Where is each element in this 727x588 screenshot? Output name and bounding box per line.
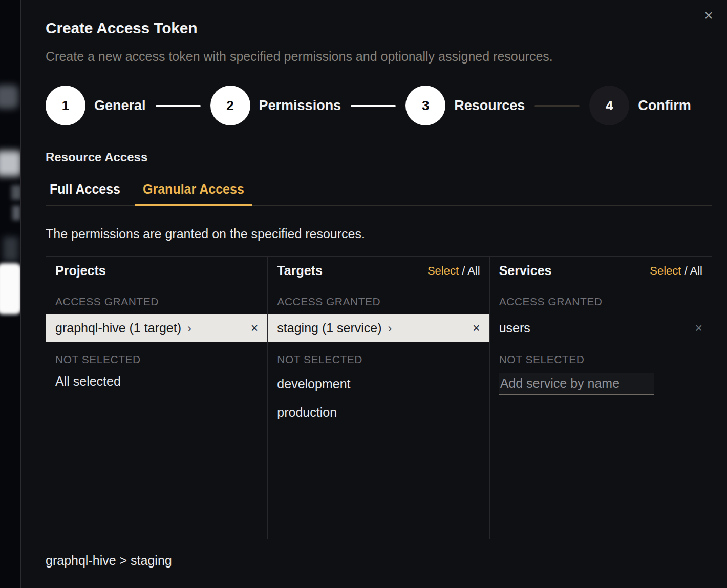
targets-select-all[interactable]: Select / All [427,264,480,278]
projects-column: Projects ACCESS GRANTED graphql-hive (1 … [46,257,268,539]
breadcrumb: graphql-hive > staging [46,553,713,568]
not-selected-label: NOT SELECTED [277,354,480,365]
step-number-badge: 1 [46,86,85,125]
services-column: Services Select / All ACCESS GRANTED use… [490,257,712,539]
step-label: Confirm [638,98,691,114]
tab-full-access[interactable]: Full Access [46,182,127,206]
all-link[interactable]: / All [462,264,480,277]
services-header-label: Services [499,263,552,278]
selected-target-label: staging (1 service) [277,321,381,335]
selected-target-row[interactable]: staging (1 service) › × [268,314,489,342]
unselected-targets-list: development production [268,369,489,427]
projects-column-header: Projects [46,257,267,285]
selected-project-label: graphql-hive (1 target) [55,321,181,335]
step-number-badge: 3 [405,86,445,125]
access-granted-label: ACCESS GRANTED [277,296,480,307]
modal-subtitle: Create a new access token with specified… [46,49,713,64]
step-general[interactable]: 1 General [46,86,146,125]
close-icon[interactable]: × [699,6,718,25]
background-blur-blob [0,151,20,176]
background-blur-blob [3,237,18,261]
select-link[interactable]: Select [427,264,459,277]
step-connector [351,105,396,107]
remove-project-icon[interactable]: × [251,322,259,334]
all-link[interactable]: / All [685,264,702,277]
wizard-stepper: 1 General 2 Permissions 3 Resources 4 Co… [46,86,712,125]
selected-service-label: users [499,321,530,335]
select-link[interactable]: Select [650,264,681,277]
step-number-badge: 2 [210,86,250,125]
target-item-development[interactable]: development [277,369,480,398]
target-item-production[interactable]: production [277,398,480,427]
step-confirm[interactable]: 4 Confirm [589,86,691,125]
step-connector-inactive [534,105,580,107]
chevron-right-icon: › [187,321,191,335]
targets-column: Targets Select / All ACCESS GRANTED stag… [268,257,489,539]
background-blur-blob [12,206,20,220]
resource-selection-table: Projects ACCESS GRANTED graphql-hive (1 … [46,256,712,539]
page-title: Create Access Token [46,19,713,37]
step-connector [156,105,201,107]
step-permissions[interactable]: 2 Permissions [210,86,341,125]
background-blur-button [0,263,20,314]
create-access-token-modal: × Create Access Token Create a new acces… [20,0,727,588]
permissions-description: The permissions are granted on the speci… [46,226,713,241]
step-label: General [94,98,146,114]
background-page-strip [0,0,20,588]
services-column-header: Services Select / All [490,257,712,285]
targets-header-label: Targets [277,263,322,278]
remove-target-icon[interactable]: × [473,322,480,334]
chevron-right-icon: › [388,321,392,335]
add-service-input[interactable] [499,373,654,395]
step-label: Permissions [259,98,341,114]
all-selected-note: All selected [55,373,258,389]
projects-header-label: Projects [55,263,106,278]
not-selected-label: NOT SELECTED [55,354,258,365]
background-blur-blob [11,185,20,200]
step-resources[interactable]: 3 Resources [405,86,525,125]
access-tabs: Full Access Granular Access [46,182,712,206]
step-number-badge: 4 [589,86,629,125]
access-granted-label: ACCESS GRANTED [55,296,258,307]
not-selected-label: NOT SELECTED [499,354,702,365]
targets-column-header: Targets Select / All [268,257,489,285]
selected-project-row[interactable]: graphql-hive (1 target) › × [46,314,267,342]
resource-access-heading: Resource Access [46,150,713,164]
tab-granular-access[interactable]: Granular Access [135,182,252,206]
background-blur-blob [0,85,18,109]
services-select-all[interactable]: Select / All [650,264,702,278]
remove-service-icon[interactable]: × [695,322,702,334]
access-granted-label: ACCESS GRANTED [499,296,702,307]
selected-service-row[interactable]: users × [490,314,712,342]
step-label: Resources [454,98,525,114]
